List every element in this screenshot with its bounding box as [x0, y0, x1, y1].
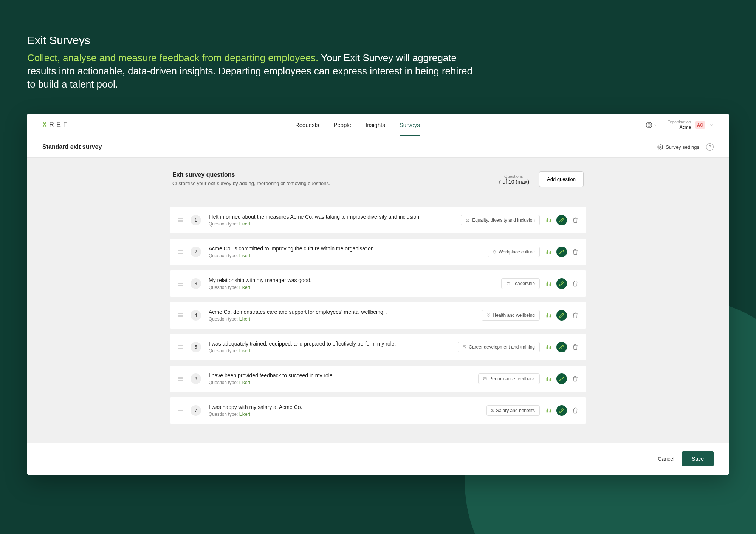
question-type-value[interactable]: Likert	[239, 253, 250, 258]
delete-button[interactable]	[572, 407, 578, 414]
delete-button[interactable]	[572, 312, 578, 318]
cancel-button[interactable]: Cancel	[658, 456, 674, 462]
question-type-value[interactable]: Likert	[239, 221, 250, 227]
drag-handle-icon[interactable]	[178, 249, 184, 255]
category-tag[interactable]: ♡Health and wellbeing	[482, 310, 540, 321]
question-count: Questions 7 of 10 (max)	[498, 174, 529, 185]
edit-button[interactable]	[556, 247, 567, 257]
chart-icon[interactable]	[545, 376, 551, 382]
row-actions: ✉Performance feedback	[478, 373, 578, 384]
tag-icon: ⚖	[466, 218, 470, 223]
question-list: 1I felt informed about the measures Acme…	[170, 207, 586, 424]
edit-button[interactable]	[556, 310, 567, 321]
row-actions: ⇱Career development and training	[458, 342, 578, 352]
category-tag[interactable]: ⊙Workplace culture	[488, 247, 540, 257]
edit-button[interactable]	[556, 215, 567, 225]
question-type: Question type: Likert	[209, 348, 458, 353]
chart-icon[interactable]	[545, 344, 551, 350]
nav-tab-people[interactable]: People	[333, 114, 351, 136]
tag-label: Salary and benefits	[496, 408, 535, 413]
category-tag[interactable]: $Salary and benefits	[486, 405, 540, 416]
language-selector[interactable]	[646, 122, 658, 128]
delete-button[interactable]	[572, 376, 578, 382]
section-header: Exit survey questions Customise your exi…	[170, 171, 586, 196]
question-type-value[interactable]: Likert	[239, 348, 250, 353]
edit-button[interactable]	[556, 342, 567, 352]
question-number: 7	[191, 405, 201, 416]
nav-tab-insights[interactable]: Insights	[366, 114, 385, 136]
question-count-label: Questions	[498, 174, 529, 179]
chart-icon[interactable]	[545, 407, 551, 414]
question-text-block: I have been provided feedback to succeed…	[209, 372, 478, 385]
edit-button[interactable]	[556, 373, 567, 384]
question-text: Acme Co. demonstrates care and support f…	[209, 309, 482, 315]
category-tag[interactable]: ✉Performance feedback	[478, 373, 540, 384]
delete-button[interactable]	[572, 281, 578, 287]
question-text: I have been provided feedback to succeed…	[209, 372, 478, 378]
save-button[interactable]: Save	[682, 451, 714, 466]
gear-icon	[657, 144, 663, 150]
category-tag[interactable]: ⚖Equality, diversity and inclusion	[461, 215, 540, 225]
delete-button[interactable]	[572, 217, 578, 223]
logo[interactable]: XREF	[42, 121, 70, 129]
footer-bar: Cancel Save	[27, 443, 729, 475]
question-type: Question type: Likert	[209, 253, 488, 258]
question-text-block: I felt informed about the measures Acme …	[209, 214, 461, 227]
question-row: 4Acme Co. demonstrates care and support …	[170, 302, 586, 329]
edit-button[interactable]	[556, 405, 567, 416]
question-type-value[interactable]: Likert	[239, 380, 250, 385]
logo-x: X	[42, 121, 49, 128]
question-type-label: Question type:	[209, 316, 238, 322]
add-question-button[interactable]: Add question	[539, 171, 584, 187]
row-actions: $Salary and benefits	[486, 405, 578, 416]
question-type-label: Question type:	[209, 380, 238, 385]
nav-tab-requests[interactable]: Requests	[295, 114, 319, 136]
chart-icon[interactable]	[545, 281, 551, 287]
question-type-value[interactable]: Likert	[239, 316, 250, 322]
question-type-value[interactable]: Likert	[239, 412, 250, 417]
drag-handle-icon[interactable]	[178, 281, 184, 286]
tag-icon: ♡	[486, 313, 491, 318]
delete-button[interactable]	[572, 249, 578, 255]
drag-handle-icon[interactable]	[178, 376, 184, 381]
subheader-actions: Survey settings ?	[657, 143, 714, 151]
survey-title: Standard exit survey	[42, 144, 102, 150]
org-name: Acme	[668, 125, 691, 130]
organisation-selector[interactable]: Organisation Acme AC	[668, 120, 714, 130]
question-text: I was happy with my salary at Acme Co.	[209, 404, 486, 410]
question-text-block: I was happy with my salary at Acme Co.Qu…	[209, 404, 486, 417]
category-tag[interactable]: ⇱Career development and training	[458, 342, 540, 352]
tag-label: Performance feedback	[489, 376, 535, 381]
drag-handle-icon[interactable]	[178, 344, 184, 350]
chart-icon[interactable]	[545, 312, 551, 318]
survey-settings-button[interactable]: Survey settings	[657, 144, 699, 150]
topbar: XREF RequestsPeopleInsightsSurveys Organ…	[27, 114, 729, 136]
chart-icon[interactable]	[545, 249, 551, 255]
question-number: 5	[191, 342, 201, 352]
question-type-value[interactable]: Likert	[239, 285, 250, 290]
chart-icon[interactable]	[545, 217, 551, 223]
topbar-right: Organisation Acme AC	[646, 120, 714, 130]
delete-button[interactable]	[572, 344, 578, 350]
drag-handle-icon[interactable]	[178, 218, 184, 223]
chevron-down-icon	[709, 123, 714, 127]
tag-icon: ⊙	[493, 249, 496, 255]
drag-handle-icon[interactable]	[178, 408, 184, 413]
globe-icon	[646, 122, 652, 128]
section-title-block: Exit survey questions Customise your exi…	[172, 171, 330, 186]
question-number: 1	[191, 215, 201, 225]
category-tag[interactable]: ♔Leadership	[501, 278, 540, 289]
svg-point-1	[660, 146, 661, 148]
help-button[interactable]: ?	[706, 143, 714, 151]
nav-tab-surveys[interactable]: Surveys	[400, 114, 420, 136]
tag-label: Equality, diversity and inclusion	[472, 218, 535, 223]
content: Exit survey questions Customise your exi…	[170, 171, 586, 424]
hero-subtitle: Collect, analyse and measure feedback fr…	[27, 51, 481, 91]
tag-icon: ⇱	[463, 344, 466, 350]
drag-handle-icon[interactable]	[178, 313, 184, 318]
question-type-label: Question type:	[209, 285, 238, 290]
question-type-label: Question type:	[209, 253, 238, 258]
section-right: Questions 7 of 10 (max) Add question	[498, 171, 584, 187]
edit-button[interactable]	[556, 278, 567, 289]
tag-label: Workplace culture	[499, 249, 535, 255]
